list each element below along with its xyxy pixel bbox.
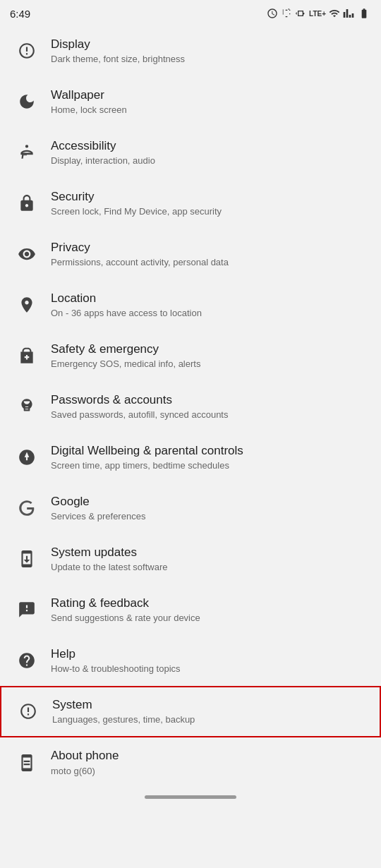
system-title: System — [52, 697, 368, 713]
status-bar: 6:49 LTE+ — [0, 0, 381, 25]
battery-icon — [357, 8, 371, 19]
rating-title: Rating & feedback — [51, 596, 370, 611]
settings-item-passwords[interactable]: Passwords & accounts Saved passwords, au… — [0, 381, 381, 432]
settings-item-wallpaper[interactable]: Wallpaper Home, lock screen — [0, 76, 381, 127]
status-icons: LTE+ — [267, 8, 371, 19]
settings-item-accessibility[interactable]: Accessibility Display, interaction, audi… — [0, 127, 381, 178]
settings-list: Display Dark theme, font size, brightnes… — [0, 25, 381, 788]
settings-item-safety[interactable]: Safety & emergency Emergency SOS, medica… — [0, 330, 381, 381]
display-subtitle: Dark theme, font size, brightness — [51, 54, 370, 66]
settings-item-system[interactable]: System Languages, gestures, time, backup — [0, 686, 381, 737]
notification-icon — [281, 8, 292, 19]
about-icon — [11, 754, 42, 772]
system-subtitle: Languages, gestures, time, backup — [52, 714, 368, 726]
help-title: Help — [51, 646, 370, 662]
help-icon — [11, 651, 42, 670]
help-subtitle: How-to & troubleshooting topics — [51, 663, 370, 675]
system-updates-icon — [11, 550, 42, 568]
alarm-icon — [267, 8, 278, 19]
vibrate-icon — [295, 8, 306, 19]
wellbeing-icon — [11, 448, 42, 466]
settings-item-about[interactable]: About phone moto g(60) — [0, 737, 381, 788]
accessibility-icon — [11, 143, 42, 162]
google-title: Google — [51, 494, 370, 510]
nav-bar — [145, 795, 236, 799]
wifi-icon — [329, 8, 340, 19]
settings-item-rating[interactable]: Rating & feedback Send suggestions & rat… — [0, 584, 381, 635]
settings-item-wellbeing[interactable]: Digital Wellbeing & parental controls Sc… — [0, 432, 381, 483]
safety-subtitle: Emergency SOS, medical info, alerts — [51, 358, 370, 370]
settings-item-privacy[interactable]: Privacy Permissions, account activity, p… — [0, 229, 381, 279]
settings-item-display[interactable]: Display Dark theme, font size, brightnes… — [0, 25, 381, 76]
system-updates-title: System updates — [51, 545, 370, 560]
accessibility-title: Accessibility — [51, 138, 370, 154]
location-icon — [11, 296, 42, 314]
google-icon — [11, 499, 42, 517]
safety-title: Safety & emergency — [51, 342, 370, 357]
about-subtitle: moto g(60) — [51, 766, 370, 778]
privacy-icon — [11, 245, 42, 263]
rating-subtitle: Send suggestions & rate your device — [51, 613, 370, 625]
accessibility-subtitle: Display, interaction, audio — [51, 155, 370, 167]
lte-icon: LTE+ — [309, 10, 326, 18]
wellbeing-title: Digital Wellbeing & parental controls — [51, 443, 370, 459]
settings-item-google[interactable]: Google Services & preferences — [0, 483, 381, 534]
wallpaper-icon — [11, 92, 42, 111]
rating-icon — [11, 601, 42, 619]
signal-icon — [343, 8, 354, 19]
display-icon — [11, 42, 42, 60]
security-subtitle: Screen lock, Find My Device, app securit… — [51, 206, 370, 218]
google-subtitle: Services & preferences — [51, 511, 370, 523]
security-icon — [11, 194, 42, 212]
nav-indicator — [0, 788, 381, 807]
safety-icon — [11, 346, 42, 365]
system-icon — [13, 702, 44, 721]
privacy-subtitle: Permissions, account activity, personal … — [51, 257, 370, 269]
settings-item-security[interactable]: Security Screen lock, Find My Device, ap… — [0, 178, 381, 229]
passwords-title: Passwords & accounts — [51, 392, 370, 408]
wallpaper-subtitle: Home, lock screen — [51, 104, 370, 116]
system-updates-subtitle: Update to the latest software — [51, 562, 370, 574]
security-title: Security — [51, 189, 370, 205]
passwords-subtitle: Saved passwords, autofill, synced accoun… — [51, 409, 370, 421]
settings-item-system-updates[interactable]: System updates Update to the latest soft… — [0, 534, 381, 584]
status-time: 6:49 — [10, 8, 30, 20]
settings-item-location[interactable]: Location On - 36 apps have access to loc… — [0, 279, 381, 330]
settings-item-help[interactable]: Help How-to & troubleshooting topics — [0, 635, 381, 686]
passwords-icon — [11, 397, 42, 416]
display-title: Display — [51, 37, 370, 52]
location-subtitle: On - 36 apps have access to location — [51, 308, 370, 320]
about-title: About phone — [51, 748, 370, 764]
wallpaper-title: Wallpaper — [51, 88, 370, 103]
wellbeing-subtitle: Screen time, app timers, bedtime schedul… — [51, 460, 370, 472]
location-title: Location — [51, 291, 370, 306]
privacy-title: Privacy — [51, 240, 370, 255]
